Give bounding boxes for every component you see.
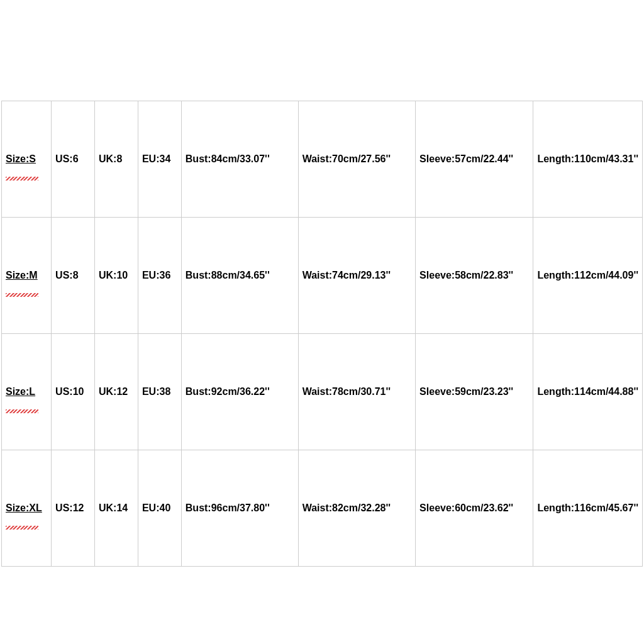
size-value: Size:S	[6, 153, 36, 164]
size-chart-table: Size:S US:6 UK:8 EU:34 Bust:84cm/33.07''…	[1, 101, 643, 567]
spellcheck-underline-icon	[6, 293, 38, 297]
sleeve-cell: Sleeve:59cm/23.23''	[416, 334, 533, 450]
waist-cell: Waist:74cm/29.13''	[298, 218, 415, 334]
size-cell: Size:L	[2, 334, 52, 450]
eu-cell: EU:34	[138, 101, 181, 218]
us-cell: US:10	[52, 334, 95, 450]
length-cell: Length:112cm/44.09''	[533, 218, 643, 334]
uk-cell: UK:14	[94, 450, 138, 567]
length-cell: Length:110cm/43.31''	[533, 101, 643, 218]
size-value: Size:L	[6, 386, 35, 397]
size-cell: Size:XL	[2, 450, 52, 567]
us-cell: US:12	[52, 450, 95, 567]
size-chart-wrapper: Size:S US:6 UK:8 EU:34 Bust:84cm/33.07''…	[0, 0, 644, 567]
bust-cell: Bust:92cm/36.22''	[181, 334, 298, 450]
size-cell: Size:S	[2, 101, 52, 218]
length-cell: Length:116cm/45.67''	[533, 450, 643, 567]
size-cell: Size:M	[2, 218, 52, 334]
eu-cell: EU:40	[138, 450, 181, 567]
waist-cell: Waist:70cm/27.56''	[298, 101, 415, 218]
spellcheck-underline-icon	[6, 177, 38, 180]
us-cell: US:6	[52, 101, 95, 218]
uk-cell: UK:12	[94, 334, 138, 450]
sleeve-cell: Sleeve:57cm/22.44''	[416, 101, 533, 218]
bust-cell: Bust:84cm/33.07''	[181, 101, 298, 218]
table-row: Size:M US:8 UK:10 EU:36 Bust:88cm/34.65'…	[2, 218, 643, 334]
waist-cell: Waist:82cm/32.28''	[298, 450, 415, 567]
waist-cell: Waist:78cm/30.71''	[298, 334, 415, 450]
table-row: Size:XL US:12 UK:14 EU:40 Bust:96cm/37.8…	[2, 450, 643, 567]
size-value: Size:XL	[6, 502, 42, 513]
table-row: Size:S US:6 UK:8 EU:34 Bust:84cm/33.07''…	[2, 101, 643, 218]
eu-cell: EU:36	[138, 218, 181, 334]
bust-cell: Bust:96cm/37.80''	[181, 450, 298, 567]
sleeve-cell: Sleeve:58cm/22.83''	[416, 218, 533, 334]
table-row: Size:L US:10 UK:12 EU:38 Bust:92cm/36.22…	[2, 334, 643, 450]
sleeve-cell: Sleeve:60cm/23.62''	[416, 450, 533, 567]
uk-cell: UK:10	[94, 218, 138, 334]
eu-cell: EU:38	[138, 334, 181, 450]
spellcheck-underline-icon	[6, 526, 38, 530]
us-cell: US:8	[52, 218, 95, 334]
uk-cell: UK:8	[94, 101, 138, 218]
bust-cell: Bust:88cm/34.65''	[181, 218, 298, 334]
size-value: Size:M	[6, 270, 38, 280]
spellcheck-underline-icon	[6, 409, 38, 413]
length-cell: Length:114cm/44.88''	[533, 334, 643, 450]
